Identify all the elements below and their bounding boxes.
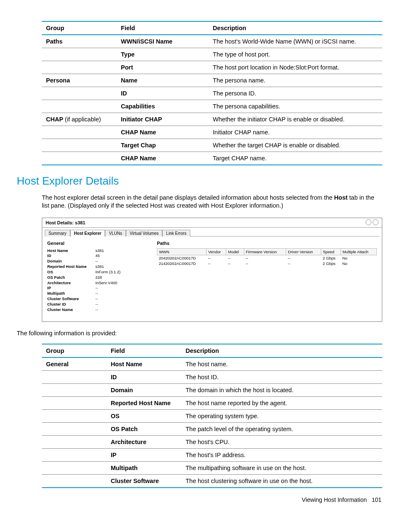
page-footer: Viewing Host Information 101 bbox=[17, 496, 382, 503]
table-row: OSThe operating system type. bbox=[42, 409, 382, 422]
general-row: Host Names381 bbox=[47, 248, 153, 254]
th-field: Field bbox=[107, 344, 182, 357]
table-row: GeneralHost NameThe host name. bbox=[42, 357, 382, 371]
panel-header-icons bbox=[364, 219, 379, 226]
panel-title: Host Details: s381 bbox=[46, 220, 85, 225]
table-row: Target ChapWhether the target CHAP is en… bbox=[42, 139, 382, 152]
field-description-table-1: Group Field Description PathsWWN/iSCSI N… bbox=[42, 21, 382, 165]
close-icon[interactable] bbox=[373, 219, 379, 225]
panel-header: Host Details: s381 bbox=[42, 218, 382, 228]
table-row: CHAP NameTarget CHAP name. bbox=[42, 152, 382, 165]
paths-section: Paths WWNVendorModelFirmware VersionDriv… bbox=[157, 241, 377, 313]
th-description: Description bbox=[182, 344, 382, 357]
table-row: ArchitectureThe host's CPU. bbox=[42, 435, 382, 448]
section-heading: Host Explorer Details bbox=[17, 175, 382, 188]
tab-link-errors[interactable]: Link Errors bbox=[162, 230, 190, 236]
table-row: IDThe persona ID. bbox=[42, 87, 382, 100]
paths-row: 20420202AC00017D--------2 GbpsNo bbox=[157, 255, 377, 261]
general-row: Cluster Name-- bbox=[47, 307, 153, 313]
table-row: TypeThe type of host port. bbox=[42, 48, 382, 61]
paths-row: 21420202AC00017D--------2 GbpsNo bbox=[157, 261, 377, 266]
general-heading: General bbox=[47, 241, 153, 246]
paths-table: WWNVendorModelFirmware VersionDriver Ver… bbox=[157, 248, 377, 266]
general-row: Cluster ID-- bbox=[47, 302, 153, 307]
general-row: Domain-- bbox=[47, 259, 153, 264]
table-row: IPThe host's IP address. bbox=[42, 448, 382, 461]
table-row: CHAP (if applicable)Initiator CHAPWhethe… bbox=[42, 113, 382, 126]
table-row: PathsWWN/iSCSI NameThe host's World-Wide… bbox=[42, 35, 382, 48]
table-row: DomainThe domain in which the host is lo… bbox=[42, 383, 382, 396]
general-row: ID45 bbox=[47, 253, 153, 259]
general-section: General Host Names381ID45Domain--Reporte… bbox=[47, 241, 153, 313]
table-row: CHAP NameInitiator CHAP name. bbox=[42, 126, 382, 139]
table-row: MultipathThe multipathing software in us… bbox=[42, 461, 382, 474]
table-row: PersonaNameThe persona name. bbox=[42, 74, 382, 87]
help-icon[interactable] bbox=[366, 219, 371, 225]
host-details-panel: Host Details: s381 SummaryHost ExplorerV… bbox=[42, 218, 382, 322]
general-row: Multipath-- bbox=[47, 291, 153, 296]
th-group: Group bbox=[42, 21, 117, 35]
table-row: IDThe host ID. bbox=[42, 370, 382, 383]
tab-summary[interactable]: Summary bbox=[45, 230, 70, 236]
field-description-table-2: Group Field Description GeneralHost Name… bbox=[42, 344, 382, 488]
general-row: OS Patch228 bbox=[47, 275, 153, 280]
th-description: Description bbox=[209, 21, 382, 35]
general-row: Reported Host Names381 bbox=[47, 264, 153, 270]
general-row: Cluster Software-- bbox=[47, 296, 153, 302]
general-row: IP-- bbox=[47, 285, 153, 291]
following-info-text: The following information is provided: bbox=[17, 329, 382, 338]
table-row: PortThe host port location in Node:Slot:… bbox=[42, 61, 382, 74]
tab-host-explorer[interactable]: Host Explorer bbox=[70, 230, 105, 236]
paths-heading: Paths bbox=[157, 241, 377, 246]
th-group: Group bbox=[42, 344, 107, 357]
table-row: CapabilitiesThe persona capabilities. bbox=[42, 100, 382, 113]
table-row: Reported Host NameThe host name reported… bbox=[42, 396, 382, 409]
th-field: Field bbox=[117, 21, 209, 35]
table-row: Cluster SoftwareThe host clustering soft… bbox=[42, 474, 382, 488]
tab-virtual-volumes[interactable]: Virtual Volumes bbox=[126, 230, 162, 236]
tab-vluns[interactable]: VLUNs bbox=[105, 230, 126, 236]
table-row: OS PatchThe patch level of the operating… bbox=[42, 422, 382, 435]
general-row: ArchitectureInServ V400 bbox=[47, 280, 153, 286]
intro-paragraph: The host explorer detail screen in the d… bbox=[42, 194, 382, 210]
general-row: OSInForm (3.1.2) bbox=[47, 270, 153, 275]
tab-bar: SummaryHost ExplorerVLUNsVirtual Volumes… bbox=[42, 228, 382, 236]
